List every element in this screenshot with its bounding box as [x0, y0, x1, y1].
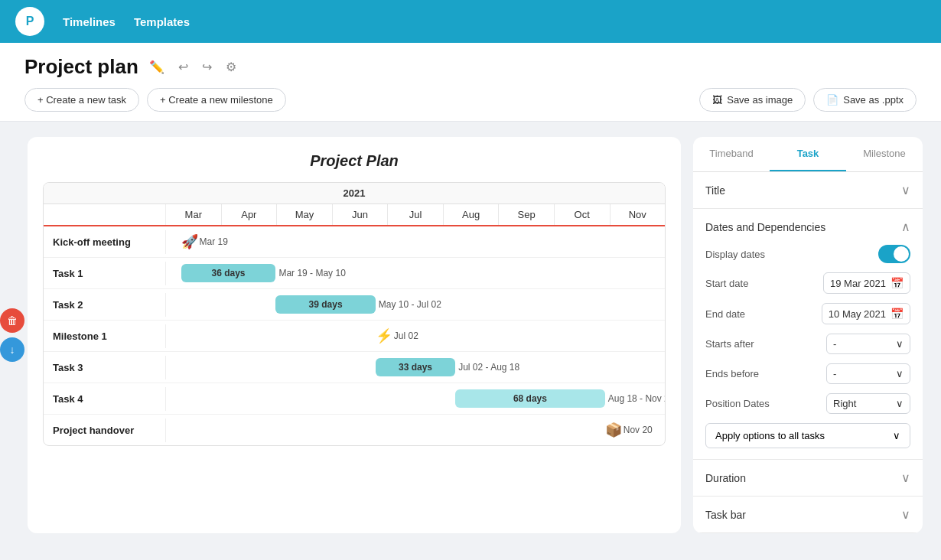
- floating-side-buttons: 🗑 ↓: [0, 308, 24, 362]
- tab-task[interactable]: Task: [770, 137, 846, 171]
- task-bar: 33 days: [376, 358, 455, 376]
- milestone-icon: 🚀: [181, 233, 198, 250]
- month-jun: Jun: [333, 204, 389, 225]
- end-date-input[interactable]: 10 May 2021 📅: [822, 303, 910, 324]
- move-down-button[interactable]: ↓: [0, 337, 24, 362]
- task-bar-area[interactable]: 🚀 Mar 19: [166, 226, 665, 257]
- ends-before-select[interactable]: - ∨: [826, 363, 910, 384]
- task-bar: 36 days: [181, 264, 276, 282]
- chevron-up-icon: ∧: [901, 220, 910, 234]
- table-row: Task 1 36 days Mar 19 - May 10: [44, 258, 665, 289]
- ends-before-value: -: [833, 368, 836, 379]
- position-dates-value: Right: [833, 398, 856, 409]
- month-may: May: [277, 204, 333, 225]
- table-row: Task 2 39 days May 10 - Jul 02: [44, 289, 665, 321]
- milestone-icon: ⚡: [376, 327, 392, 344]
- section-dates-label: Dates and Dependencies: [705, 221, 825, 233]
- task-bar: 68 days: [455, 389, 605, 408]
- tab-timeband[interactable]: Timeband: [693, 137, 770, 171]
- display-dates-label: Display dates: [705, 249, 765, 260]
- year-row: 2021: [44, 183, 665, 204]
- month-jul: Jul: [388, 204, 444, 225]
- ends-before-row: Ends before - ∨: [705, 363, 910, 384]
- top-navigation: P Timelines Templates: [0, 0, 941, 43]
- start-date-value: 19 Mar 2021: [830, 278, 886, 289]
- month-sep: Sep: [499, 204, 555, 225]
- section-taskbar-header[interactable]: Task bar ∨: [693, 497, 923, 532]
- task-label: Task 3: [44, 356, 166, 379]
- task-bar: 39 days: [275, 295, 375, 314]
- delete-button[interactable]: 🗑: [0, 308, 24, 333]
- month-aug: Aug: [444, 204, 500, 225]
- table-row: Milestone 1 ⚡ Jul 02: [44, 321, 665, 352]
- gantt-title: Project Plan: [43, 152, 666, 170]
- task-label: Project handover: [44, 418, 166, 442]
- chevron-down-icon: ∨: [901, 183, 910, 197]
- section-title: Title ∨: [693, 172, 923, 209]
- create-task-button[interactable]: + Create a new task: [24, 88, 139, 112]
- task-bar-area[interactable]: 39 days May 10 - Jul 02: [166, 289, 665, 320]
- right-panel: Timeband Task Milestone Title ∨ Dates an…: [693, 137, 923, 533]
- apply-options-button[interactable]: Apply options to all tasks ∨: [705, 423, 910, 448]
- milestone-date: Nov 20: [624, 425, 653, 435]
- month-oct: Oct: [555, 204, 611, 225]
- table-row: Task 3 33 days Jul 02 - Aug 18: [44, 352, 665, 383]
- section-title-header[interactable]: Title ∨: [693, 172, 923, 208]
- section-duration: Duration ∨: [693, 460, 923, 497]
- calendar-icon[interactable]: 📅: [891, 308, 904, 320]
- section-taskbar-label: Task bar: [705, 509, 746, 521]
- logo[interactable]: P: [15, 7, 44, 36]
- milestone-date: Mar 19: [200, 236, 228, 247]
- gantt-chart: 2021 Mar Apr May Jun Jul Aug Sep Oct Nov…: [43, 182, 666, 446]
- section-duration-header[interactable]: Duration ∨: [693, 460, 923, 496]
- month-mar: Mar: [166, 204, 222, 225]
- task-bar-area[interactable]: ⚡ Jul 02: [166, 321, 665, 351]
- create-milestone-button[interactable]: + Create a new milestone: [147, 88, 286, 112]
- task-bar-area[interactable]: 68 days Aug 18 - Nov 20: [166, 383, 665, 414]
- ends-before-label: Ends before: [705, 368, 759, 379]
- display-dates-row: Display dates: [705, 245, 910, 263]
- milestone-date: Jul 02: [394, 330, 418, 341]
- nav-timelines[interactable]: Timelines: [63, 15, 116, 28]
- starts-after-select[interactable]: - ∨: [826, 334, 910, 354]
- section-dates: Dates and Dependencies ∧ Display dates S…: [693, 209, 923, 460]
- table-row: Task 4 68 days Aug 18 - Nov 20: [44, 383, 665, 415]
- task-dates: May 10 - Jul 02: [379, 299, 441, 310]
- redo-button[interactable]: ↪: [199, 57, 215, 77]
- panel-tabs: Timeband Task Milestone: [693, 137, 923, 172]
- task-dates: Jul 02 - Aug 18: [458, 362, 519, 373]
- end-date-value: 10 May 2021: [829, 308, 886, 320]
- task-bar-area[interactable]: 33 days Jul 02 - Aug 18: [166, 352, 665, 383]
- start-date-input[interactable]: 19 Mar 2021 📅: [823, 272, 910, 294]
- task-dates: Mar 19 - May 10: [278, 268, 345, 278]
- end-date-label: End date: [705, 308, 745, 320]
- position-dates-select[interactable]: Right ∨: [826, 393, 910, 414]
- milestone-icon: 📦: [605, 422, 622, 438]
- undo-button[interactable]: ↩: [175, 57, 191, 77]
- section-dates-header[interactable]: Dates and Dependencies ∧: [693, 209, 923, 245]
- chevron-down-icon: ∨: [896, 368, 904, 379]
- chevron-down-icon: ∨: [896, 398, 904, 409]
- table-row: Kick-off meeting 🚀 Mar 19: [44, 226, 665, 258]
- month-row: Mar Apr May Jun Jul Aug Sep Oct Nov: [44, 204, 665, 226]
- tab-milestone[interactable]: Milestone: [846, 137, 923, 171]
- edit-title-button[interactable]: ✏️: [146, 57, 168, 77]
- save-image-button[interactable]: 🖼 Save as image: [699, 88, 806, 112]
- position-dates-row: Position Dates Right ∨: [705, 393, 910, 414]
- settings-button[interactable]: ⚙: [223, 57, 239, 77]
- chevron-down-icon: ∨: [901, 507, 910, 522]
- starts-after-value: -: [833, 338, 836, 350]
- pptx-icon: 📄: [826, 94, 838, 106]
- nav-templates[interactable]: Templates: [134, 15, 190, 28]
- image-icon: 🖼: [712, 94, 722, 106]
- page-header: Project plan ✏️ ↩ ↪ ⚙ + Create a new tas…: [0, 43, 941, 122]
- task-bar-area[interactable]: 📦 Nov 20: [166, 415, 665, 445]
- save-pptx-button[interactable]: 📄 Save as .pptx: [813, 88, 917, 112]
- end-date-row: End date 10 May 2021 📅: [705, 303, 910, 324]
- display-dates-toggle[interactable]: [878, 245, 910, 263]
- apply-options-label: Apply options to all tasks: [715, 430, 825, 441]
- task-bar-area[interactable]: 36 days Mar 19 - May 10: [166, 258, 665, 288]
- page-title: Project plan: [24, 55, 138, 79]
- calendar-icon[interactable]: 📅: [891, 277, 904, 289]
- month-apr: Apr: [222, 204, 278, 225]
